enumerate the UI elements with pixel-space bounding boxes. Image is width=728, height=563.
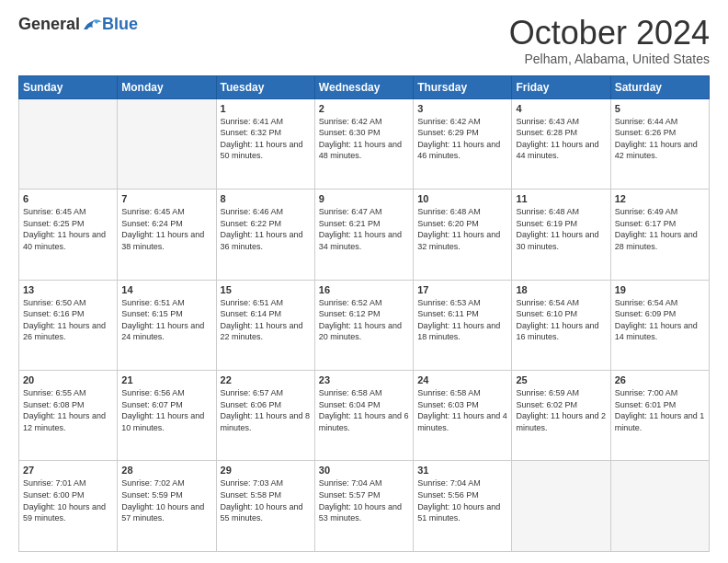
day-number: 30 bbox=[319, 465, 409, 476]
table-row: 16Sunrise: 6:52 AM Sunset: 6:12 PM Dayli… bbox=[314, 280, 413, 370]
table-row: 27Sunrise: 7:01 AM Sunset: 6:00 PM Dayli… bbox=[19, 461, 118, 552]
table-row: 26Sunrise: 7:00 AM Sunset: 6:01 PM Dayli… bbox=[610, 371, 709, 461]
table-row: 22Sunrise: 6:57 AM Sunset: 6:06 PM Dayli… bbox=[216, 371, 314, 461]
day-info: Sunrise: 6:49 AM Sunset: 6:17 PM Dayligh… bbox=[615, 206, 705, 252]
day-info: Sunrise: 6:48 AM Sunset: 6:19 PM Dayligh… bbox=[516, 206, 606, 252]
table-row: 1Sunrise: 6:41 AM Sunset: 6:32 PM Daylig… bbox=[216, 98, 314, 189]
col-friday: Friday bbox=[512, 75, 610, 98]
day-number: 8 bbox=[221, 193, 311, 204]
day-number: 14 bbox=[121, 284, 211, 295]
table-row bbox=[610, 461, 709, 552]
day-number: 21 bbox=[121, 374, 211, 385]
day-info: Sunrise: 6:45 AM Sunset: 6:24 PM Dayligh… bbox=[121, 206, 211, 252]
day-number: 4 bbox=[516, 103, 606, 114]
day-info: Sunrise: 7:00 AM Sunset: 6:01 PM Dayligh… bbox=[615, 387, 705, 433]
calendar-week-row: 1Sunrise: 6:41 AM Sunset: 6:32 PM Daylig… bbox=[19, 98, 710, 189]
table-row: 3Sunrise: 6:42 AM Sunset: 6:29 PM Daylig… bbox=[414, 98, 512, 189]
day-info: Sunrise: 7:04 AM Sunset: 5:57 PM Dayligh… bbox=[319, 477, 409, 523]
table-row: 7Sunrise: 6:45 AM Sunset: 6:24 PM Daylig… bbox=[118, 190, 216, 280]
day-info: Sunrise: 6:55 AM Sunset: 6:08 PM Dayligh… bbox=[23, 387, 113, 433]
table-row: 4Sunrise: 6:43 AM Sunset: 6:28 PM Daylig… bbox=[512, 98, 610, 189]
logo-general-text: General bbox=[18, 15, 80, 34]
col-sunday: Sunday bbox=[19, 75, 118, 98]
day-number: 7 bbox=[121, 193, 211, 204]
day-number: 31 bbox=[417, 465, 507, 476]
table-row: 21Sunrise: 6:56 AM Sunset: 6:07 PM Dayli… bbox=[118, 371, 216, 461]
table-row: 18Sunrise: 6:54 AM Sunset: 6:10 PM Dayli… bbox=[512, 280, 610, 370]
day-info: Sunrise: 6:48 AM Sunset: 6:20 PM Dayligh… bbox=[417, 206, 507, 252]
table-row: 9Sunrise: 6:47 AM Sunset: 6:21 PM Daylig… bbox=[314, 190, 413, 280]
day-info: Sunrise: 6:53 AM Sunset: 6:11 PM Dayligh… bbox=[417, 297, 507, 343]
day-number: 25 bbox=[516, 374, 606, 385]
table-row: 30Sunrise: 7:04 AM Sunset: 5:57 PM Dayli… bbox=[314, 461, 413, 552]
day-info: Sunrise: 6:43 AM Sunset: 6:28 PM Dayligh… bbox=[516, 116, 606, 162]
logo-bird-icon bbox=[82, 17, 102, 33]
day-info: Sunrise: 6:59 AM Sunset: 6:02 PM Dayligh… bbox=[516, 387, 606, 433]
day-number: 23 bbox=[319, 374, 409, 385]
day-info: Sunrise: 6:54 AM Sunset: 6:10 PM Dayligh… bbox=[516, 297, 606, 343]
day-info: Sunrise: 6:58 AM Sunset: 6:04 PM Dayligh… bbox=[319, 387, 409, 433]
day-info: Sunrise: 7:01 AM Sunset: 6:00 PM Dayligh… bbox=[23, 477, 113, 523]
header: General Blue October 2024 Pelham, Alabam… bbox=[18, 15, 710, 66]
logo-blue-text: Blue bbox=[102, 15, 138, 34]
day-info: Sunrise: 6:44 AM Sunset: 6:26 PM Dayligh… bbox=[615, 116, 705, 162]
month-title: October 2024 bbox=[509, 15, 710, 52]
table-row: 28Sunrise: 7:02 AM Sunset: 5:59 PM Dayli… bbox=[118, 461, 216, 552]
day-info: Sunrise: 6:57 AM Sunset: 6:06 PM Dayligh… bbox=[221, 387, 311, 433]
table-row: 8Sunrise: 6:46 AM Sunset: 6:22 PM Daylig… bbox=[216, 190, 314, 280]
table-row: 19Sunrise: 6:54 AM Sunset: 6:09 PM Dayli… bbox=[610, 280, 709, 370]
logo: General Blue bbox=[18, 15, 138, 34]
table-row: 5Sunrise: 6:44 AM Sunset: 6:26 PM Daylig… bbox=[610, 98, 709, 189]
page: General Blue October 2024 Pelham, Alabam… bbox=[0, 0, 728, 563]
day-info: Sunrise: 6:42 AM Sunset: 6:30 PM Dayligh… bbox=[319, 116, 409, 162]
table-row: 15Sunrise: 6:51 AM Sunset: 6:14 PM Dayli… bbox=[216, 280, 314, 370]
table-row bbox=[118, 98, 216, 189]
table-row bbox=[19, 98, 118, 189]
day-info: Sunrise: 6:51 AM Sunset: 6:14 PM Dayligh… bbox=[221, 297, 311, 343]
table-row: 13Sunrise: 6:50 AM Sunset: 6:16 PM Dayli… bbox=[19, 280, 118, 370]
day-info: Sunrise: 6:47 AM Sunset: 6:21 PM Dayligh… bbox=[319, 206, 409, 252]
day-number: 20 bbox=[23, 374, 113, 385]
day-info: Sunrise: 6:58 AM Sunset: 6:03 PM Dayligh… bbox=[417, 387, 507, 433]
day-number: 10 bbox=[417, 193, 507, 204]
day-number: 27 bbox=[23, 465, 113, 476]
table-row: 23Sunrise: 6:58 AM Sunset: 6:04 PM Dayli… bbox=[314, 371, 413, 461]
day-number: 5 bbox=[615, 103, 705, 114]
day-info: Sunrise: 6:46 AM Sunset: 6:22 PM Dayligh… bbox=[221, 206, 311, 252]
table-row: 6Sunrise: 6:45 AM Sunset: 6:25 PM Daylig… bbox=[19, 190, 118, 280]
col-tuesday: Tuesday bbox=[216, 75, 314, 98]
day-number: 6 bbox=[23, 193, 113, 204]
day-number: 3 bbox=[417, 103, 507, 114]
day-info: Sunrise: 6:56 AM Sunset: 6:07 PM Dayligh… bbox=[121, 387, 211, 433]
table-row: 25Sunrise: 6:59 AM Sunset: 6:02 PM Dayli… bbox=[512, 371, 610, 461]
day-number: 13 bbox=[23, 284, 113, 295]
table-row: 20Sunrise: 6:55 AM Sunset: 6:08 PM Dayli… bbox=[19, 371, 118, 461]
day-info: Sunrise: 6:51 AM Sunset: 6:15 PM Dayligh… bbox=[121, 297, 211, 343]
day-info: Sunrise: 6:42 AM Sunset: 6:29 PM Dayligh… bbox=[417, 116, 507, 162]
day-number: 22 bbox=[221, 374, 311, 385]
day-number: 26 bbox=[615, 374, 705, 385]
day-info: Sunrise: 7:03 AM Sunset: 5:58 PM Dayligh… bbox=[221, 477, 311, 523]
calendar-week-row: 6Sunrise: 6:45 AM Sunset: 6:25 PM Daylig… bbox=[19, 190, 710, 280]
table-row: 12Sunrise: 6:49 AM Sunset: 6:17 PM Dayli… bbox=[610, 190, 709, 280]
day-number: 24 bbox=[417, 374, 507, 385]
day-info: Sunrise: 6:41 AM Sunset: 6:32 PM Dayligh… bbox=[221, 116, 311, 162]
day-number: 29 bbox=[221, 465, 311, 476]
day-number: 2 bbox=[319, 103, 409, 114]
day-number: 16 bbox=[319, 284, 409, 295]
day-number: 18 bbox=[516, 284, 606, 295]
day-info: Sunrise: 6:52 AM Sunset: 6:12 PM Dayligh… bbox=[319, 297, 409, 343]
day-info: Sunrise: 7:04 AM Sunset: 5:56 PM Dayligh… bbox=[417, 477, 507, 523]
day-number: 17 bbox=[417, 284, 507, 295]
day-info: Sunrise: 6:45 AM Sunset: 6:25 PM Dayligh… bbox=[23, 206, 113, 252]
table-row: 11Sunrise: 6:48 AM Sunset: 6:19 PM Dayli… bbox=[512, 190, 610, 280]
day-number: 12 bbox=[615, 193, 705, 204]
title-block: October 2024 Pelham, Alabama, United Sta… bbox=[509, 15, 710, 66]
calendar-week-row: 13Sunrise: 6:50 AM Sunset: 6:16 PM Dayli… bbox=[19, 280, 710, 370]
day-number: 1 bbox=[221, 103, 311, 114]
day-number: 19 bbox=[615, 284, 705, 295]
col-thursday: Thursday bbox=[414, 75, 512, 98]
col-saturday: Saturday bbox=[610, 75, 709, 98]
table-row: 29Sunrise: 7:03 AM Sunset: 5:58 PM Dayli… bbox=[216, 461, 314, 552]
calendar-table: Sunday Monday Tuesday Wednesday Thursday… bbox=[18, 75, 710, 552]
